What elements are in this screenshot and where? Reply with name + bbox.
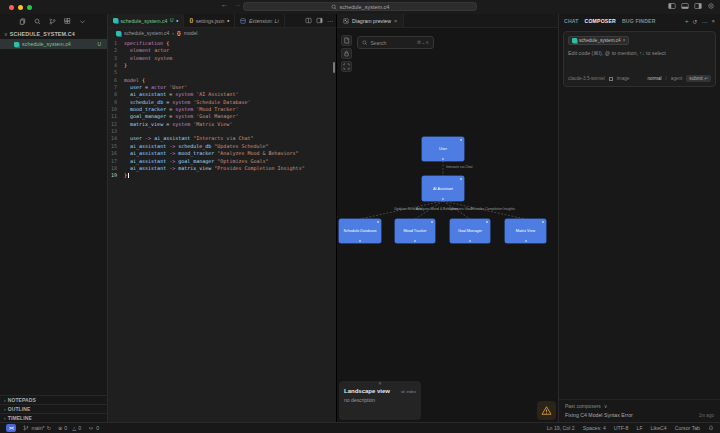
toggle-primary-sidebar-icon[interactable]	[668, 2, 676, 10]
attach-image-button[interactable]: image	[617, 76, 630, 81]
code-editor[interactable]: 1specification {2 element actor3 element…	[108, 38, 336, 422]
source-control-icon[interactable]	[49, 18, 56, 25]
code-line[interactable]: 15 ai_assistant -> schedule_db "Updates …	[108, 143, 336, 150]
diagram-node-schedule_db[interactable]: Schedule Database	[339, 219, 381, 243]
drag-handle-icon[interactable]: ≡	[379, 381, 382, 386]
sidebar-section-notepads[interactable]: ›NOTEPADS	[0, 395, 107, 404]
git-branch-status[interactable]: main* ↻	[23, 425, 51, 431]
forward-icon[interactable]: →	[234, 1, 241, 8]
explorer-section-header[interactable]: ∨ SCHEDULE_SYSTEM.C4	[0, 28, 107, 39]
chevron-down-icon[interactable]	[79, 18, 86, 25]
diagram-preview-tab[interactable]: Diagram preview ×	[337, 14, 404, 27]
editor-tab-settings-json[interactable]: {}settings.json●	[184, 14, 235, 27]
split-editor-icon[interactable]	[305, 17, 312, 24]
composer-input[interactable]: schedule_system.c4 × Edit code (⌘I), @ t…	[563, 31, 716, 87]
assistant-tab-composer[interactable]: COMPOSER	[585, 18, 616, 24]
code-line[interactable]: 17 ai_assistant -> goal_manager "Optimiz…	[108, 158, 336, 165]
close-panel-icon[interactable]: ×	[711, 18, 715, 24]
toggle-secondary-sidebar-icon[interactable]	[694, 2, 702, 10]
search-icon[interactable]	[34, 18, 41, 25]
diagram-search-input[interactable]: Search ⌘ + K	[357, 36, 434, 49]
remove-context-icon[interactable]: ×	[623, 38, 626, 43]
status-item-spaces-4[interactable]: Spaces: 4	[583, 425, 606, 431]
close-icon[interactable]: ×	[394, 18, 397, 24]
landscape-view-card[interactable]: ≡ Landscape view id: index no descriptio…	[339, 381, 421, 420]
lock-view-button[interactable]	[341, 48, 352, 59]
files-icon[interactable]	[19, 18, 26, 25]
composer-history-item[interactable]: Fixing C4 Model Syntax Error 1m ago	[559, 410, 720, 422]
status-item-lf[interactable]: LF	[637, 425, 643, 431]
diagram-node-goal_manager[interactable]: Goal Manager	[450, 219, 490, 243]
code-line[interactable]: 6model {	[108, 77, 336, 84]
context-chip[interactable]: schedule_system.c4 ×	[568, 36, 629, 45]
sidebar-section-outline[interactable]: ›OUTLINE	[0, 404, 107, 413]
close-window-button[interactable]	[9, 5, 14, 10]
problems-status[interactable]: ⊗ 0 △ 0	[58, 425, 81, 431]
back-icon[interactable]: ←	[221, 1, 228, 8]
diagram-canvas[interactable]: Search ⌘ + K Interacts via ChatUpdates S…	[337, 28, 558, 422]
diagram-node-user[interactable]: User	[422, 137, 464, 161]
code-line[interactable]: 13	[108, 128, 336, 135]
search-icon	[331, 4, 337, 10]
status-item-utf-8[interactable]: UTF-8	[614, 425, 629, 431]
code-line[interactable]: 14 user -> ai_assistant "Interacts via C…	[108, 135, 336, 142]
editor-scrollbar[interactable]	[333, 62, 335, 73]
code-line[interactable]: 16 ai_assistant -> mood_tracker "Analyze…	[108, 150, 336, 157]
export-diagram-button[interactable]	[341, 35, 352, 46]
code-line[interactable]: 1specification {	[108, 40, 336, 47]
mode-agent[interactable]: agent	[671, 76, 683, 81]
assistant-tab-chat[interactable]: CHAT	[564, 18, 579, 24]
code-line[interactable]: 7 user = actor 'User'	[108, 84, 336, 91]
file-row-schedule-system-c4[interactable]: schedule_system.c4 U	[0, 39, 107, 49]
more-icon[interactable]: ⋯	[701, 18, 707, 25]
extensions-icon[interactable]	[64, 18, 71, 25]
bell-icon[interactable]	[708, 425, 714, 431]
code-line[interactable]: 3 element system	[108, 55, 336, 62]
minimize-window-button[interactable]	[18, 5, 23, 10]
assistant-tab-bug-finder[interactable]: BUG FINDER	[622, 18, 656, 24]
customize-layout-icon[interactable]	[707, 2, 715, 10]
tab-label: schedule_system.c4	[121, 18, 168, 24]
dirty-dot-icon[interactable]: ●	[176, 18, 178, 23]
code-line[interactable]: 10 mood_tracker = system 'Mood Tracker'	[108, 106, 336, 113]
code-line[interactable]: 19}	[108, 172, 336, 179]
edge-label: Interacts via Chat	[446, 165, 472, 169]
code-line[interactable]: 4}	[108, 62, 336, 69]
status-item-cursor-tab[interactable]: Cursor Tab	[675, 425, 700, 431]
editor-tabbar: schedule_system.c4U●{}settings.json●Exte…	[108, 14, 336, 28]
status-item-likec4[interactable]: LikeC4	[651, 425, 667, 431]
code-line[interactable]: 2 element actor	[108, 47, 336, 54]
breadcrumb-symbol[interactable]: model	[184, 30, 198, 36]
new-composer-icon[interactable]: +	[685, 18, 689, 24]
dirty-dot-icon[interactable]: ●	[227, 18, 229, 23]
ports-status[interactable]: 0	[88, 425, 99, 431]
editor-tab-schedule-system-c4[interactable]: schedule_system.c4U●	[108, 14, 184, 27]
diagram-node-ai_assistant[interactable]: AI Assistant	[422, 176, 464, 201]
past-composers-toggle[interactable]: Past composers ∨	[559, 399, 720, 410]
code-line[interactable]: 8 ai_assistant = system 'AI Assistant'	[108, 91, 336, 98]
diagram-node-mood_tracker[interactable]: Mood Tracker	[395, 219, 435, 243]
code-line[interactable]: 11 goal_manager = system 'Goal Manager'	[108, 113, 336, 120]
breadcrumb-file[interactable]: schedule_system.c4	[124, 30, 169, 36]
mode-normal[interactable]: normal	[648, 76, 662, 81]
toggle-panel-icon[interactable]	[681, 2, 689, 10]
editor-tab-extension-li[interactable]: Extension: Li	[235, 14, 284, 27]
history-icon[interactable]: ↺	[692, 18, 697, 25]
code-line[interactable]: 9 schedule_db = system 'Schedule Databas…	[108, 99, 336, 106]
fit-view-button[interactable]	[341, 61, 352, 72]
diagram-node-matrix_view[interactable]: Matrix View	[505, 219, 546, 243]
command-center-search[interactable]: schedule_system.c4	[243, 2, 477, 11]
zoom-window-button[interactable]	[27, 5, 32, 10]
code-line[interactable]: 5	[108, 69, 336, 76]
code-line[interactable]: 12 matrix_view = system 'Matrix View'	[108, 121, 336, 128]
submit-button[interactable]: submit ↵	[686, 75, 711, 82]
line-number: 17	[108, 158, 124, 165]
sidebar-section-timeline[interactable]: ›TIMELINE	[0, 413, 107, 422]
remote-indicator[interactable]: ><	[6, 424, 16, 432]
more-actions-icon[interactable]: ⋯	[327, 17, 333, 24]
model-selector[interactable]: claude-3.5-sonnet	[568, 76, 605, 81]
code-line[interactable]: 18 ai_assistant -> matrix_view "Provides…	[108, 165, 336, 172]
diagram-warning-button[interactable]	[537, 401, 556, 420]
editor-layout-icon[interactable]	[316, 17, 323, 24]
status-item-ln-19-col-2[interactable]: Ln 19, Col 2	[547, 425, 575, 431]
